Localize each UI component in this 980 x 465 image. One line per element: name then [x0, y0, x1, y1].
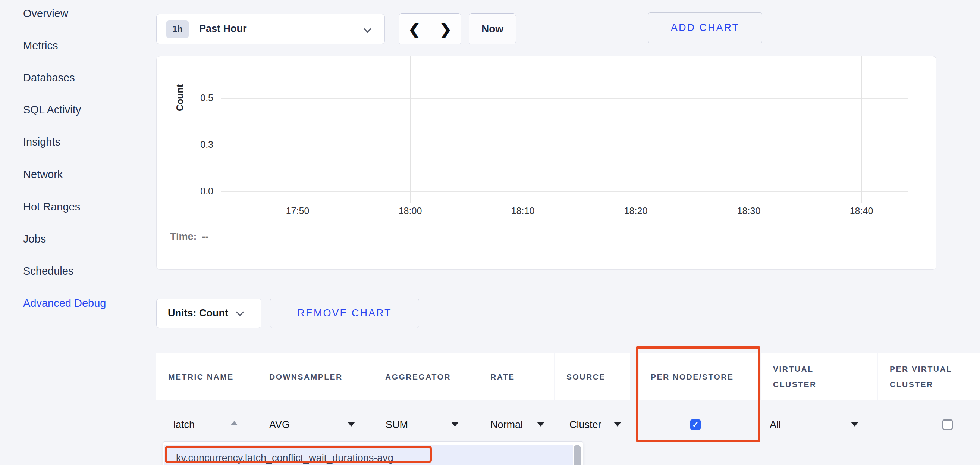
y-tick-label: 0.3 [178, 139, 213, 150]
sidebar-item-insights[interactable]: Insights [23, 136, 60, 148]
sidebar-item-metrics[interactable]: Metrics [23, 40, 58, 52]
time-range-badge: 1h [166, 20, 189, 38]
gridline [636, 56, 636, 203]
time-readout: Time:-- [170, 231, 209, 243]
remove-chart-button[interactable]: REMOVE CHART [270, 299, 419, 328]
gridline [749, 56, 749, 203]
gridline [523, 56, 523, 203]
x-tick-label: 17:50 [272, 206, 324, 216]
x-tick-label: 18:00 [384, 206, 436, 216]
column-header-source: SOURCE [555, 353, 630, 400]
x-tick-label: 18:30 [723, 206, 775, 216]
dropdown-arrow-down-icon[interactable] [451, 422, 459, 427]
gridline [861, 56, 862, 203]
time-readout-value: -- [202, 231, 209, 242]
prev-range-button[interactable]: ❮ [399, 14, 430, 44]
custom-chart-panel: Count 0.5 0.3 0.0 17:50 18:00 18:10 18:2… [156, 56, 936, 270]
sidebar: Overview Metrics Databases SQL Activity … [0, 0, 153, 465]
add-chart-button[interactable]: ADD CHART [648, 12, 762, 43]
time-readout-label: Time: [170, 231, 197, 242]
time-pager: ❮ ❯ [399, 13, 461, 45]
gridline [221, 145, 908, 145]
column-header-per-virtual-cluster: PER VIRTUAL CLUSTER [878, 353, 980, 400]
rate-select[interactable]: Normal [490, 419, 523, 431]
y-tick-label: 0.5 [178, 93, 213, 103]
per-virtual-cluster-checkbox[interactable] [942, 419, 953, 430]
chevron-down-icon [236, 308, 244, 316]
dropdown-arrow-down-icon[interactable] [537, 422, 544, 427]
column-header-label: PER NODE/STORE [651, 369, 733, 385]
metric-name-input[interactable]: latch [173, 419, 195, 431]
column-header-downsampler: DOWNSAMPLER [257, 353, 372, 400]
metric-suggestion-item[interactable]: kv.concurrency.latch_conflict_wait_durat… [164, 445, 573, 465]
column-header-metric-name: METRIC NAME [156, 353, 256, 400]
dropdown-arrow-down-icon[interactable] [851, 422, 858, 427]
metric-suggestions-dropdown: kv.concurrency.latch_conflict_wait_durat… [163, 441, 583, 465]
column-header-label: RATE [490, 369, 515, 385]
source-select[interactable]: Cluster [570, 419, 601, 431]
column-header-label: SOURCE [566, 369, 606, 385]
gridline [221, 192, 908, 192]
sidebar-item-databases[interactable]: Databases [23, 72, 75, 84]
column-header-label: PER VIRTUAL CLUSTER [890, 362, 972, 392]
sidebar-item-network[interactable]: Network [23, 168, 63, 181]
chevron-down-icon [364, 25, 371, 33]
x-tick-label: 18:10 [497, 206, 549, 216]
gridline [410, 56, 410, 203]
column-header-label: AGGREGATOR [385, 369, 451, 385]
metric-suggestion-label: kv.concurrency.latch_conflict_wait_durat… [176, 452, 393, 464]
dropdown-arrow-up-icon[interactable] [231, 421, 238, 425]
sidebar-item-hot-ranges[interactable]: Hot Ranges [23, 201, 80, 213]
per-node-store-checkbox[interactable]: ✓ [690, 419, 701, 430]
next-range-button[interactable]: ❯ [430, 14, 461, 44]
column-header-per-node-store: PER NODE/STORE [639, 353, 758, 400]
y-tick-label: 0.0 [178, 186, 213, 197]
gridline [298, 56, 298, 203]
column-header-virtual-cluster: VIRTUAL CLUSTER [761, 353, 877, 400]
x-tick-label: 18:40 [835, 206, 888, 216]
time-range-select[interactable]: 1h Past Hour [156, 14, 385, 44]
chevron-left-icon: ❮ [408, 22, 421, 37]
checkmark-icon: ✓ [692, 420, 699, 430]
column-header-aggregator: AGGREGATOR [373, 353, 478, 400]
units-select[interactable]: Units: Count [156, 299, 261, 328]
sidebar-item-jobs[interactable]: Jobs [23, 233, 46, 245]
gridline [221, 98, 908, 99]
units-select-label: Units: Count [168, 307, 228, 319]
aggregator-select[interactable]: SUM [386, 419, 408, 431]
column-header-label: METRIC NAME [168, 369, 234, 385]
sidebar-item-sql-activity[interactable]: SQL Activity [23, 104, 81, 116]
dropdown-scrollbar[interactable] [574, 445, 581, 465]
now-button[interactable]: Now [469, 13, 516, 45]
dropdown-arrow-down-icon[interactable] [348, 422, 355, 427]
column-header-rate: RATE [479, 353, 554, 400]
x-tick-label: 18:20 [610, 206, 662, 216]
dropdown-arrow-down-icon[interactable] [614, 422, 621, 427]
time-range-label: Past Hour [199, 23, 247, 35]
column-header-label: VIRTUAL CLUSTER [773, 362, 848, 392]
sidebar-item-schedules[interactable]: Schedules [23, 265, 73, 277]
sidebar-item-overview[interactable]: Overview [23, 8, 68, 20]
column-header-label: DOWNSAMPLER [269, 369, 343, 385]
downsampler-select[interactable]: AVG [269, 419, 290, 431]
virtual-cluster-select[interactable]: All [770, 419, 781, 431]
sidebar-item-advanced-debug[interactable]: Advanced Debug [23, 297, 106, 309]
chevron-right-icon: ❯ [439, 22, 452, 37]
